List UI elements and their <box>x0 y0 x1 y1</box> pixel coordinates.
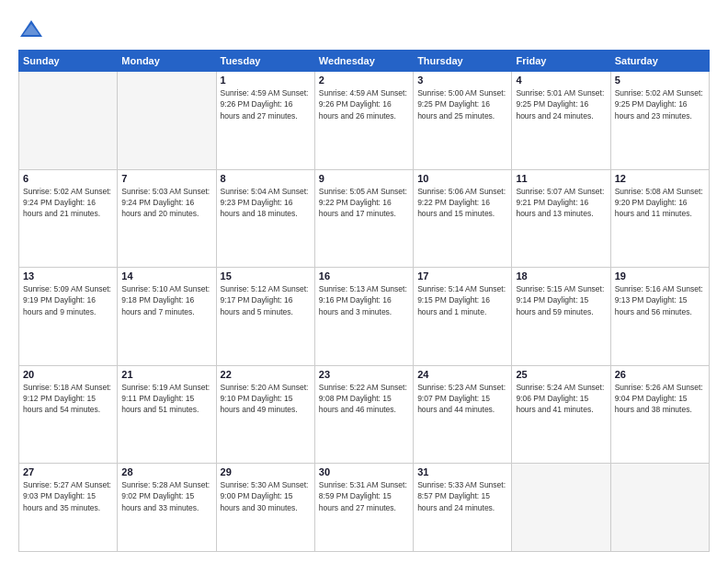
day-number: 27 <box>23 466 113 477</box>
calendar-cell: 15Sunrise: 5:12 AM Sunset: 9:17 PM Dayli… <box>216 268 314 366</box>
calendar-cell: 29Sunrise: 5:30 AM Sunset: 9:00 PM Dayli… <box>216 464 314 552</box>
calendar-cell: 23Sunrise: 5:22 AM Sunset: 9:08 PM Dayli… <box>314 365 413 464</box>
day-info: Sunrise: 5:19 AM Sunset: 9:11 PM Dayligh… <box>121 382 211 416</box>
calendar-cell: 14Sunrise: 5:10 AM Sunset: 9:18 PM Dayli… <box>118 268 216 366</box>
day-info: Sunrise: 5:24 AM Sunset: 9:06 PM Dayligh… <box>516 382 606 416</box>
day-info: Sunrise: 5:14 AM Sunset: 9:15 PM Dayligh… <box>417 283 507 317</box>
day-info: Sunrise: 5:02 AM Sunset: 9:24 PM Dayligh… <box>23 186 113 220</box>
calendar-week-2: 6Sunrise: 5:02 AM Sunset: 9:24 PM Daylig… <box>19 169 710 268</box>
day-info: Sunrise: 5:31 AM Sunset: 8:59 PM Dayligh… <box>319 479 409 513</box>
day-number: 14 <box>121 270 211 282</box>
day-number: 24 <box>417 369 507 380</box>
day-info: Sunrise: 5:28 AM Sunset: 9:02 PM Dayligh… <box>121 479 211 513</box>
calendar-week-3: 13Sunrise: 5:09 AM Sunset: 9:19 PM Dayli… <box>19 268 710 366</box>
day-info: Sunrise: 5:22 AM Sunset: 9:08 PM Dayligh… <box>319 382 409 416</box>
calendar-cell: 13Sunrise: 5:09 AM Sunset: 9:19 PM Dayli… <box>19 268 118 366</box>
day-info: Sunrise: 5:27 AM Sunset: 9:03 PM Dayligh… <box>23 479 113 513</box>
calendar-cell: 4Sunrise: 5:01 AM Sunset: 9:25 PM Daylig… <box>512 72 610 170</box>
calendar-cell: 7Sunrise: 5:03 AM Sunset: 9:24 PM Daylig… <box>118 169 216 268</box>
day-info: Sunrise: 5:10 AM Sunset: 9:18 PM Dayligh… <box>121 283 211 317</box>
day-info: Sunrise: 5:13 AM Sunset: 9:16 PM Dayligh… <box>319 283 409 317</box>
weekday-header-friday: Friday <box>512 51 610 72</box>
calendar-cell: 21Sunrise: 5:19 AM Sunset: 9:11 PM Dayli… <box>118 365 216 464</box>
day-info: Sunrise: 4:59 AM Sunset: 9:26 PM Dayligh… <box>319 87 409 121</box>
day-number: 12 <box>615 173 705 184</box>
calendar-cell: 1Sunrise: 4:59 AM Sunset: 9:26 PM Daylig… <box>216 72 314 170</box>
day-info: Sunrise: 5:09 AM Sunset: 9:19 PM Dayligh… <box>23 283 113 317</box>
calendar-cell: 17Sunrise: 5:14 AM Sunset: 9:15 PM Dayli… <box>414 268 512 366</box>
calendar-cell <box>118 72 216 170</box>
weekday-header-row: SundayMondayTuesdayWednesdayThursdayFrid… <box>19 51 710 72</box>
day-number: 28 <box>121 466 211 477</box>
day-number: 19 <box>615 270 705 282</box>
day-number: 18 <box>516 270 606 282</box>
day-number: 22 <box>221 369 311 380</box>
day-number: 31 <box>417 466 507 477</box>
logo-icon <box>18 17 44 42</box>
page: SundayMondayTuesdayWednesdayThursdayFrid… <box>0 0 728 563</box>
day-number: 9 <box>319 173 409 184</box>
day-info: Sunrise: 5:18 AM Sunset: 9:12 PM Dayligh… <box>23 382 113 416</box>
day-number: 30 <box>319 466 409 477</box>
calendar-cell: 16Sunrise: 5:13 AM Sunset: 9:16 PM Dayli… <box>314 268 413 366</box>
day-info: Sunrise: 5:00 AM Sunset: 9:25 PM Dayligh… <box>417 87 507 121</box>
day-info: Sunrise: 5:23 AM Sunset: 9:07 PM Dayligh… <box>417 382 507 416</box>
day-info: Sunrise: 5:30 AM Sunset: 9:00 PM Dayligh… <box>221 479 311 513</box>
day-info: Sunrise: 4:59 AM Sunset: 9:26 PM Dayligh… <box>221 87 311 121</box>
day-number: 15 <box>221 270 311 282</box>
day-info: Sunrise: 5:16 AM Sunset: 9:13 PM Dayligh… <box>615 283 705 317</box>
weekday-header-monday: Monday <box>118 51 216 72</box>
day-number: 2 <box>319 75 409 86</box>
day-number: 16 <box>319 270 409 282</box>
day-number: 4 <box>516 75 606 86</box>
day-number: 26 <box>615 369 705 380</box>
calendar-cell: 19Sunrise: 5:16 AM Sunset: 9:13 PM Dayli… <box>610 268 709 366</box>
calendar-cell: 5Sunrise: 5:02 AM Sunset: 9:25 PM Daylig… <box>610 72 709 170</box>
header <box>18 17 710 42</box>
day-info: Sunrise: 5:08 AM Sunset: 9:20 PM Dayligh… <box>615 186 705 220</box>
day-info: Sunrise: 5:15 AM Sunset: 9:14 PM Dayligh… <box>516 283 606 317</box>
calendar-cell: 27Sunrise: 5:27 AM Sunset: 9:03 PM Dayli… <box>19 464 118 552</box>
weekday-header-wednesday: Wednesday <box>314 51 413 72</box>
calendar-cell: 28Sunrise: 5:28 AM Sunset: 9:02 PM Dayli… <box>118 464 216 552</box>
calendar-cell: 30Sunrise: 5:31 AM Sunset: 8:59 PM Dayli… <box>314 464 413 552</box>
calendar-cell <box>19 72 118 170</box>
day-number: 23 <box>319 369 409 380</box>
day-info: Sunrise: 5:06 AM Sunset: 9:22 PM Dayligh… <box>417 186 507 220</box>
weekday-header-sunday: Sunday <box>19 51 118 72</box>
calendar-cell: 20Sunrise: 5:18 AM Sunset: 9:12 PM Dayli… <box>19 365 118 464</box>
calendar-cell: 26Sunrise: 5:26 AM Sunset: 9:04 PM Dayli… <box>610 365 709 464</box>
day-info: Sunrise: 5:20 AM Sunset: 9:10 PM Dayligh… <box>221 382 311 416</box>
day-number: 21 <box>121 369 211 380</box>
calendar-week-5: 27Sunrise: 5:27 AM Sunset: 9:03 PM Dayli… <box>19 464 710 552</box>
day-info: Sunrise: 5:07 AM Sunset: 9:21 PM Dayligh… <box>516 186 606 220</box>
day-number: 8 <box>221 173 311 184</box>
day-number: 17 <box>417 270 507 282</box>
calendar-cell: 2Sunrise: 4:59 AM Sunset: 9:26 PM Daylig… <box>314 72 413 170</box>
calendar-cell <box>610 464 709 552</box>
day-info: Sunrise: 5:02 AM Sunset: 9:25 PM Dayligh… <box>615 87 705 121</box>
calendar-table: SundayMondayTuesdayWednesdayThursdayFrid… <box>18 50 710 552</box>
day-number: 3 <box>417 75 507 86</box>
calendar-cell: 3Sunrise: 5:00 AM Sunset: 9:25 PM Daylig… <box>414 72 512 170</box>
calendar-week-1: 1Sunrise: 4:59 AM Sunset: 9:26 PM Daylig… <box>19 72 710 170</box>
calendar-cell: 18Sunrise: 5:15 AM Sunset: 9:14 PM Dayli… <box>512 268 610 366</box>
weekday-header-tuesday: Tuesday <box>216 51 314 72</box>
day-number: 5 <box>615 75 705 86</box>
day-info: Sunrise: 5:26 AM Sunset: 9:04 PM Dayligh… <box>615 382 705 416</box>
weekday-header-saturday: Saturday <box>610 51 709 72</box>
day-info: Sunrise: 5:01 AM Sunset: 9:25 PM Dayligh… <box>516 87 606 121</box>
day-number: 20 <box>23 369 113 380</box>
day-number: 25 <box>516 369 606 380</box>
weekday-header-thursday: Thursday <box>414 51 512 72</box>
day-number: 13 <box>23 270 113 282</box>
day-number: 1 <box>221 75 311 86</box>
calendar-week-4: 20Sunrise: 5:18 AM Sunset: 9:12 PM Dayli… <box>19 365 710 464</box>
day-number: 10 <box>417 173 507 184</box>
calendar-cell: 31Sunrise: 5:33 AM Sunset: 8:57 PM Dayli… <box>414 464 512 552</box>
day-number: 29 <box>221 466 311 477</box>
calendar-cell: 9Sunrise: 5:05 AM Sunset: 9:22 PM Daylig… <box>314 169 413 268</box>
day-number: 7 <box>121 173 211 184</box>
day-info: Sunrise: 5:05 AM Sunset: 9:22 PM Dayligh… <box>319 186 409 220</box>
calendar-cell <box>512 464 610 552</box>
